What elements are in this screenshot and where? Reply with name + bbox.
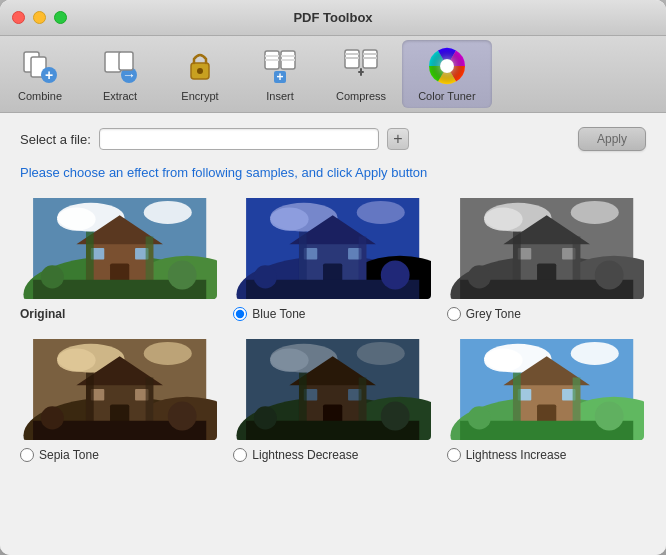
title-bar: PDF Toolbox: [0, 0, 666, 36]
toolbar-item-compress[interactable]: Compress: [320, 40, 402, 108]
toolbar-item-combine[interactable]: + Combine: [0, 40, 80, 108]
toolbar: + Combine → Extract: [0, 36, 666, 113]
svg-rect-14: [281, 55, 295, 57]
maximize-button[interactable]: [54, 11, 67, 24]
svg-rect-70: [513, 232, 521, 285]
toolbar-item-insert[interactable]: + Insert: [240, 40, 320, 108]
lightness-decrease-radio[interactable]: [233, 448, 247, 462]
insert-label: Insert: [266, 90, 294, 102]
compress-icon: [341, 46, 381, 86]
grey-tone-radio[interactable]: [447, 307, 461, 321]
lightness-decrease-thumbnail[interactable]: [233, 337, 432, 442]
sample-original: Original: [20, 196, 219, 323]
add-file-button[interactable]: +: [387, 128, 409, 150]
lightness-increase-thumbnail[interactable]: [447, 337, 646, 442]
svg-point-58: [381, 261, 410, 290]
blue-tone-radio[interactable]: [233, 307, 247, 321]
file-select-row: Select a file: + Apply: [20, 127, 646, 151]
blue-tone-option[interactable]: Blue Tone: [233, 305, 432, 323]
svg-point-62: [570, 201, 618, 224]
svg-rect-7: [119, 52, 133, 70]
svg-point-29: [57, 208, 95, 231]
lightness-increase-option[interactable]: Lightness Increase: [447, 446, 646, 464]
sample-grey-tone: Grey Tone: [447, 196, 646, 323]
svg-rect-87: [146, 377, 154, 425]
svg-rect-119: [572, 377, 580, 425]
color-tuner-icon: [427, 46, 467, 86]
svg-rect-38: [86, 232, 94, 285]
combine-icon: +: [20, 46, 60, 86]
grey-tone-label: Grey Tone: [466, 307, 521, 321]
lightness-decrease-label: Lightness Decrease: [252, 448, 358, 462]
svg-point-30: [144, 201, 192, 224]
apply-button[interactable]: Apply: [578, 127, 646, 151]
encrypt-icon: [180, 46, 220, 86]
file-input[interactable]: [99, 128, 379, 150]
extract-icon: →: [100, 46, 140, 86]
svg-rect-39: [146, 236, 154, 284]
svg-rect-102: [299, 373, 307, 426]
svg-point-94: [357, 342, 405, 365]
compress-label: Compress: [336, 90, 386, 102]
toolbar-item-extract[interactable]: → Extract: [80, 40, 160, 108]
svg-point-106: [381, 402, 410, 431]
sepia-tone-option[interactable]: Sepia Tone: [20, 446, 219, 464]
svg-point-9: [197, 68, 203, 74]
svg-point-93: [270, 349, 308, 372]
encrypt-label: Encrypt: [181, 90, 218, 102]
svg-rect-22: [345, 57, 359, 59]
combine-label: Combine: [18, 90, 62, 102]
svg-rect-12: [265, 59, 279, 61]
svg-point-73: [467, 265, 490, 288]
image-grid: Original: [20, 196, 646, 464]
svg-rect-103: [359, 377, 367, 425]
svg-point-61: [484, 208, 522, 231]
svg-point-77: [57, 349, 95, 372]
svg-rect-21: [363, 53, 377, 55]
sepia-tone-thumbnail[interactable]: [20, 337, 219, 442]
sepia-tone-label: Sepia Tone: [39, 448, 99, 462]
insert-icon: +: [260, 46, 300, 86]
svg-text:+: +: [45, 67, 53, 83]
svg-rect-11: [265, 55, 279, 57]
toolbar-item-color-tuner[interactable]: Color Tuner: [402, 40, 491, 108]
sepia-tone-radio[interactable]: [20, 448, 34, 462]
svg-rect-86: [86, 373, 94, 426]
svg-point-110: [570, 342, 618, 365]
lightness-increase-radio[interactable]: [447, 448, 461, 462]
grey-tone-option[interactable]: Grey Tone: [447, 305, 646, 323]
svg-rect-23: [363, 57, 377, 59]
sample-blue-tone: Blue Tone: [233, 196, 432, 323]
minimize-button[interactable]: [33, 11, 46, 24]
svg-point-105: [254, 406, 277, 429]
svg-point-109: [484, 349, 522, 372]
extract-label: Extract: [103, 90, 137, 102]
svg-point-89: [41, 406, 64, 429]
content-area: Select a file: + Apply Please choose an …: [0, 113, 666, 555]
toolbar-item-encrypt[interactable]: Encrypt: [160, 40, 240, 108]
svg-point-46: [357, 201, 405, 224]
svg-rect-118: [513, 373, 521, 426]
window-controls: [12, 11, 67, 24]
file-label: Select a file:: [20, 132, 91, 147]
grey-tone-thumbnail[interactable]: [447, 196, 646, 301]
svg-point-57: [254, 265, 277, 288]
blue-tone-thumbnail[interactable]: [233, 196, 432, 301]
svg-point-26: [440, 59, 454, 73]
instructions-text: Please choose an effect from following s…: [20, 165, 646, 180]
lightness-decrease-option[interactable]: Lightness Decrease: [233, 446, 432, 464]
lightness-increase-label: Lightness Increase: [466, 448, 567, 462]
original-thumbnail[interactable]: [20, 196, 219, 301]
svg-rect-55: [359, 236, 367, 284]
svg-point-90: [168, 402, 197, 431]
svg-rect-20: [345, 53, 359, 55]
svg-point-74: [594, 261, 623, 290]
close-button[interactable]: [12, 11, 25, 24]
original-label: Original: [20, 305, 219, 323]
blue-tone-label: Blue Tone: [252, 307, 305, 321]
svg-rect-71: [572, 236, 580, 284]
svg-point-45: [270, 208, 308, 231]
window-title: PDF Toolbox: [293, 10, 372, 25]
svg-point-42: [168, 261, 197, 290]
main-window: PDF Toolbox + Combine →: [0, 0, 666, 555]
